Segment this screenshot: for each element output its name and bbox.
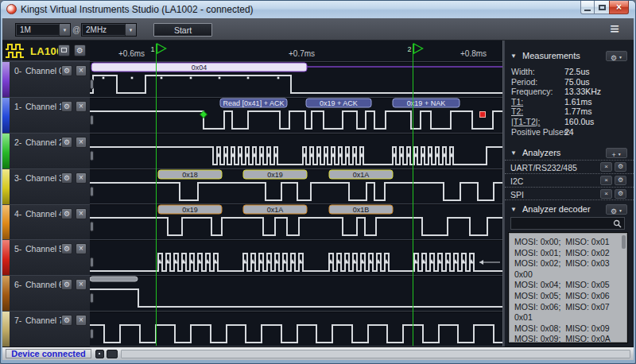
channel-close-button[interactable]: ×: [76, 279, 87, 290]
cursor-square-marker[interactable]: [480, 112, 486, 118]
menu-button[interactable]: ≡: [605, 19, 624, 38]
collapse-triangle-icon[interactable]: ▼: [510, 52, 517, 60]
channel-close-button[interactable]: ×: [76, 137, 87, 148]
channel-row[interactable]: 2- Channel 2 ⚙ ×: [2, 133, 90, 168]
lane-handle[interactable]: [91, 222, 94, 231]
sample-count-select[interactable]: 1M ▼: [15, 23, 71, 37]
close-icon: ×: [79, 280, 83, 288]
client-area: 1M ▼ @ 2MHz ▼ Start ≡ LA1002 ⚙: [2, 18, 634, 360]
titlebar[interactable]: Kingst Virtual Instruments Studio (LA100…: [1, 1, 635, 18]
scroll-left-button[interactable]: [95, 350, 104, 358]
channel-row[interactable]: 4- Channel 4 ⚙ ×: [2, 204, 90, 240]
analyzer-row[interactable]: I2C × ⚙: [505, 173, 634, 187]
gear-icon: ⚙: [64, 281, 70, 288]
channel-close-button[interactable]: ×: [76, 208, 87, 219]
lane-handle[interactable]: [91, 187, 94, 196]
lane-handle[interactable]: [91, 79, 94, 89]
chevron-down-icon: ▼: [63, 28, 68, 33]
collapse-triangle-icon[interactable]: ▼: [510, 206, 517, 213]
maximize-button[interactable]: [595, 1, 609, 14]
analyzers-header[interactable]: ▼ Analyzers +▼: [505, 147, 634, 160]
decoder-entry[interactable]: MOSI: 0x00; MISO: 0x01: [514, 237, 627, 248]
channel-close-button[interactable]: ×: [76, 243, 87, 254]
channel-label: Channel 0: [25, 66, 64, 76]
device-settings-button[interactable]: ⚙: [74, 45, 86, 56]
close-icon: ×: [604, 163, 608, 170]
channel-row[interactable]: 5- Channel 5 ⚙ ×: [2, 239, 90, 275]
measurements-list: Width: 72.5us Period: 75.0us Frequency: …: [511, 67, 630, 137]
channel-settings-button[interactable]: ⚙: [61, 315, 72, 326]
measurement-label[interactable]: T2:: [511, 106, 523, 116]
decoder-header[interactable]: ▼ Analyzer decoder ⚙▼: [505, 203, 634, 216]
channel-row[interactable]: 7- Channel 7 ⚙ ×: [2, 311, 90, 347]
collapse-triangle-icon[interactable]: ▼: [510, 149, 517, 157]
analyzer-settings-button[interactable]: ⚙: [615, 189, 626, 199]
decoder-entry[interactable]: MOSI: 0x01; MISO: 0x02: [514, 248, 627, 259]
analyzer-row[interactable]: UART/RS232/485 × ⚙: [505, 160, 634, 173]
sample-count-dropdown-button[interactable]: ▼: [59, 24, 70, 36]
channel-settings-button[interactable]: ⚙: [61, 137, 72, 148]
close-button[interactable]: ×: [609, 1, 629, 14]
decoder-scrollbar[interactable]: [622, 235, 626, 249]
channel-settings-button[interactable]: ⚙: [61, 101, 72, 112]
status-badge: Device connected: [6, 349, 91, 358]
channel-row[interactable]: 3- Channel 3 ⚙ ×: [2, 168, 90, 204]
channel-settings-button[interactable]: ⚙: [61, 172, 72, 184]
channel-settings-button[interactable]: ⚙: [61, 208, 72, 219]
measurement-label[interactable]: T1:: [511, 97, 523, 106]
cursor-diamond-marker[interactable]: [200, 111, 207, 118]
decoder-entry[interactable]: MOSI: 0x09; MISO: 0x0A: [514, 334, 627, 343]
decoder-entry[interactable]: 0x00: [514, 269, 627, 281]
decoder-entry[interactable]: MOSI: 0x04; MISO: 0x05: [514, 280, 627, 291]
sample-rate-dropdown-button[interactable]: ▼: [125, 24, 136, 36]
analyzer-remove-button[interactable]: ×: [600, 162, 612, 172]
lane-handle[interactable]: [91, 329, 94, 339]
channel-row[interactable]: 0- Channel 0 ⚙ ×: [2, 61, 90, 97]
channel-close-button[interactable]: ×: [76, 172, 87, 184]
measurements-settings-button[interactable]: ⚙▼: [606, 51, 627, 61]
time-marker-flag[interactable]: [414, 44, 423, 53]
gear-icon: ⚙: [64, 138, 70, 146]
measurement-label: Frequency:: [511, 87, 553, 96]
add-analyzer-button[interactable]: +▼: [606, 148, 627, 158]
scroll-thumb[interactable]: [107, 350, 118, 358]
measurement-label[interactable]: |T1-T2|:: [511, 117, 540, 126]
analyzer-settings-button[interactable]: ⚙: [615, 176, 626, 185]
channel-close-button[interactable]: ×: [76, 101, 87, 112]
decoder-list[interactable]: MOSI: 0x00; MISO: 0x01MOSI: 0x01; MISO: …: [508, 232, 628, 343]
lane-handle[interactable]: [91, 293, 94, 303]
channel-settings-button[interactable]: ⚙: [61, 65, 72, 76]
minimize-button[interactable]: [580, 1, 595, 14]
close-icon: ×: [604, 190, 608, 197]
decoder-entry[interactable]: 0x01: [514, 312, 627, 323]
decoder-entry[interactable]: MOSI: 0x06; MISO: 0x07: [514, 302, 627, 313]
channel-settings-button[interactable]: ⚙: [61, 279, 72, 290]
decoder-entry[interactable]: MOSI: 0x05; MISO: 0x06: [514, 291, 627, 302]
channel-close-button[interactable]: ×: [76, 65, 87, 76]
sample-rate-select[interactable]: 2MHz ▼: [81, 23, 137, 37]
channel-row[interactable]: 6- Channel 6 ⚙ ×: [2, 275, 90, 311]
annotation-bar[interactable]: [90, 277, 138, 281]
measurement-value: 160.0us: [564, 117, 594, 126]
display-options-button[interactable]: [58, 45, 70, 56]
channel-row[interactable]: 1- Channel 1 ⚙ ×: [2, 97, 90, 133]
lane-handle[interactable]: [91, 115, 94, 125]
analyzer-row[interactable]: SPI × ⚙: [505, 187, 634, 200]
start-button[interactable]: Start: [153, 23, 212, 37]
channel-settings-button[interactable]: ⚙: [61, 243, 72, 254]
horizontal-scrollbar[interactable]: [121, 350, 630, 358]
channel-close-button[interactable]: ×: [76, 315, 87, 326]
decoder-settings-button[interactable]: ⚙▼: [606, 204, 627, 215]
waveform-canvas[interactable]: +0.6ms+0.7ms+0.8ms0x04Read [0x41] + ACK0…: [90, 41, 502, 348]
gear-icon: ⚙: [76, 46, 83, 55]
lane-handle[interactable]: [91, 258, 94, 267]
lane-handle[interactable]: [91, 151, 94, 161]
analyzer-settings-button[interactable]: ⚙: [615, 162, 626, 172]
decoder-search-input[interactable]: [513, 219, 610, 228]
decoder-entry[interactable]: MOSI: 0x02; MISO: 0x03: [514, 258, 627, 269]
measurements-header[interactable]: ▼ Measurements ⚙▼: [505, 50, 634, 63]
analyzer-remove-button[interactable]: ×: [600, 176, 612, 185]
analyzer-remove-button[interactable]: ×: [600, 189, 612, 199]
time-marker-flag[interactable]: [157, 44, 166, 53]
decoder-entry[interactable]: MOSI: 0x08; MISO: 0x09: [514, 323, 627, 335]
